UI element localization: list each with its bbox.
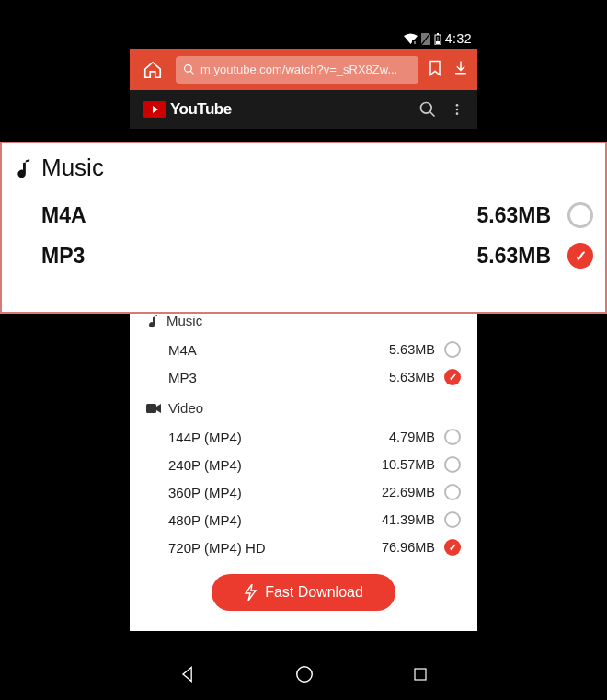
music-row[interactable]: M4A5.63MB bbox=[146, 336, 461, 363]
svg-point-16 bbox=[297, 667, 313, 683]
battery-icon: ! bbox=[434, 33, 441, 45]
video-size: 22.69MB bbox=[382, 485, 435, 499]
music-label: M4A bbox=[168, 342, 389, 358]
svg-point-8 bbox=[185, 65, 192, 73]
youtube-logo[interactable]: YouTube bbox=[143, 100, 232, 119]
music-icon bbox=[14, 156, 32, 180]
zoom-label: MP3 bbox=[41, 244, 476, 269]
svg-line-9 bbox=[190, 71, 193, 74]
zoom-music-head: Music bbox=[14, 154, 593, 182]
video-icon bbox=[146, 403, 161, 414]
zoom-label: M4A bbox=[41, 203, 476, 228]
video-label: 720P (MP4) HD bbox=[168, 540, 382, 556]
zoom-row[interactable]: M4A5.63MB bbox=[14, 195, 593, 235]
zoom-size: 5.63MB bbox=[476, 203, 551, 228]
nav-back-icon[interactable] bbox=[178, 665, 197, 683]
music-radio[interactable] bbox=[444, 341, 461, 358]
svg-rect-5 bbox=[437, 33, 439, 35]
svg-rect-15 bbox=[146, 404, 156, 413]
url-bar[interactable]: m.youtube.com/watch?v=_sRX8Zw... bbox=[176, 56, 418, 84]
video-radio[interactable] bbox=[444, 456, 461, 473]
status-clock: 4:32 bbox=[445, 31, 472, 46]
download-sheet: Music M4A5.63MBMP35.63MB Video 144P (MP4… bbox=[130, 294, 477, 631]
nav-recent-icon[interactable] bbox=[412, 666, 429, 683]
video-radio[interactable] bbox=[444, 539, 461, 556]
video-radio[interactable] bbox=[444, 484, 461, 500]
video-row[interactable]: 144P (MP4)4.79MB bbox=[146, 423, 461, 451]
svg-point-14 bbox=[456, 112, 459, 115]
music-size: 5.63MB bbox=[389, 370, 435, 384]
youtube-header: YouTube bbox=[130, 90, 477, 129]
video-size: 4.79MB bbox=[389, 430, 435, 444]
yt-search-icon[interactable] bbox=[418, 100, 437, 119]
video-size: 76.96MB bbox=[382, 540, 435, 555]
fast-download-button[interactable]: Fast Download bbox=[212, 574, 395, 611]
status-bar: x ! 4:32 bbox=[130, 29, 477, 49]
music-row[interactable]: MP35.63MB bbox=[146, 363, 461, 391]
nav-home-icon[interactable] bbox=[294, 664, 315, 684]
video-row[interactable]: 480P (MP4)41.39MB bbox=[146, 506, 461, 534]
youtube-label: YouTube bbox=[170, 100, 232, 119]
video-label: 240P (MP4) bbox=[168, 457, 382, 473]
video-radio[interactable] bbox=[444, 511, 461, 528]
video-label: 480P (MP4) bbox=[168, 512, 382, 528]
sim-icon bbox=[421, 33, 430, 45]
wifi-icon: x bbox=[404, 33, 418, 45]
app-toolbar: m.youtube.com/watch?v=_sRX8Zw... bbox=[130, 49, 477, 90]
video-row[interactable]: 360P (MP4)22.69MB bbox=[146, 478, 461, 506]
zoom-radio[interactable] bbox=[567, 202, 593, 228]
search-icon bbox=[183, 63, 195, 75]
yt-menu-icon[interactable] bbox=[450, 100, 464, 119]
download-button[interactable] bbox=[452, 59, 470, 81]
zoom-size: 5.63MB bbox=[476, 244, 551, 269]
svg-rect-17 bbox=[415, 669, 426, 680]
svg-point-10 bbox=[421, 103, 432, 114]
url-text: m.youtube.com/watch?v=_sRX8Zw... bbox=[200, 63, 397, 76]
music-label: MP3 bbox=[168, 370, 389, 385]
zoom-callout: Music M4A5.63MBMP35.63MB bbox=[0, 142, 607, 314]
video-radio[interactable] bbox=[444, 429, 461, 445]
music-size: 5.63MB bbox=[389, 342, 435, 357]
svg-text:!: ! bbox=[437, 36, 439, 42]
android-nav bbox=[130, 656, 477, 693]
video-section-head: Video bbox=[146, 400, 461, 416]
video-label: 360P (MP4) bbox=[168, 485, 382, 500]
svg-line-11 bbox=[430, 112, 435, 117]
bookmark-icon bbox=[426, 59, 444, 77]
video-size: 10.57MB bbox=[382, 457, 435, 472]
home-icon bbox=[143, 60, 163, 80]
svg-point-12 bbox=[456, 104, 459, 107]
video-row[interactable]: 240P (MP4)10.57MB bbox=[146, 451, 461, 478]
music-radio[interactable] bbox=[444, 369, 461, 385]
video-size: 41.39MB bbox=[382, 512, 435, 527]
music-section-head: Music bbox=[146, 313, 461, 328]
zoom-radio[interactable] bbox=[567, 243, 593, 269]
svg-point-13 bbox=[456, 109, 459, 111]
music-icon bbox=[146, 314, 159, 328]
lightning-icon bbox=[244, 584, 258, 601]
phone-frame: x ! 4:32 m.youtube.com/watch?v=_sRX8Zw..… bbox=[130, 29, 477, 129]
zoom-row[interactable]: MP35.63MB bbox=[14, 235, 593, 276]
fast-download-label: Fast Download bbox=[265, 584, 363, 601]
home-button[interactable] bbox=[137, 54, 168, 86]
youtube-play-icon bbox=[143, 101, 166, 118]
video-row[interactable]: 720P (MP4) HD76.96MB bbox=[146, 534, 461, 561]
bookmark-button[interactable] bbox=[426, 59, 444, 81]
download-icon bbox=[452, 59, 470, 77]
video-label: 144P (MP4) bbox=[168, 430, 389, 445]
